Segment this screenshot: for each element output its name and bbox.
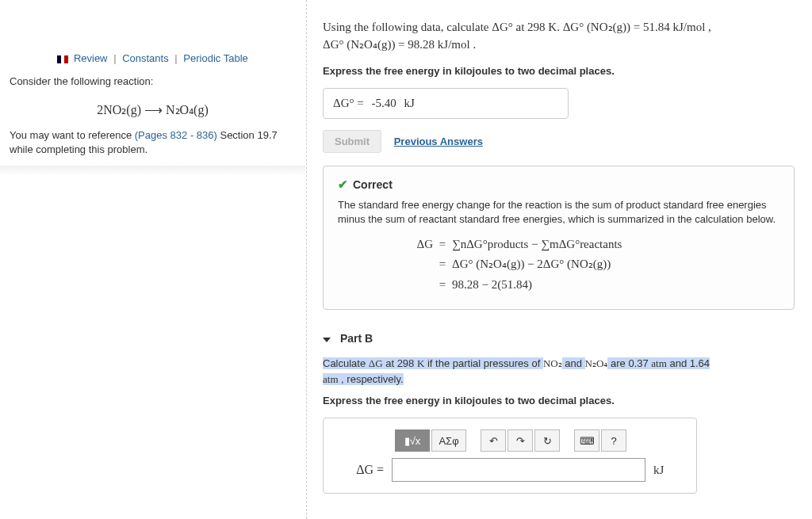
part-b-header[interactable]: Part B xyxy=(323,332,795,345)
qb-b: at 298 xyxy=(383,357,417,369)
qb-c: if the partial pressures of xyxy=(424,357,543,369)
feedback-box: ✔Correct The standard free energy change… xyxy=(323,166,795,311)
submit-button[interactable]: Submit xyxy=(323,130,381,153)
eq-line3: 98.28 − 2(51.84) xyxy=(452,278,532,291)
input-toolbar: ▮√x ΑΣφ ↶ ↷ ↻ ⌨ ? xyxy=(395,429,684,452)
flag-icon xyxy=(57,55,68,63)
templates-button[interactable]: ▮√x xyxy=(395,429,430,452)
qb-dg: ΔG xyxy=(369,357,383,369)
intro-line2: ΔG° (N₂O₄(g)) = 98.28 kJ/mol . xyxy=(323,38,476,51)
part-b-instruct: Express the free energy in kilojoules to… xyxy=(323,395,795,406)
caret-down-icon xyxy=(323,338,331,342)
qb-atm2: atm xyxy=(323,373,339,385)
answer-input[interactable] xyxy=(392,458,645,482)
qb-no2: NO₂ xyxy=(543,357,562,369)
answer-input-widget: ▮√x ΑΣφ ↶ ↷ ↻ ⌨ ? ΔG = kJ xyxy=(323,418,697,494)
qb-n2o4: N₂O₄ xyxy=(585,357,608,369)
reaction-equation: 2NO₂(g) ⟶ N₂O₄(g) xyxy=(0,97,305,125)
submit-row: Submit Previous Answers xyxy=(323,130,795,153)
input-label: ΔG = xyxy=(336,463,384,477)
eq-line1: ∑nΔG°products − ∑mΔG°reactants xyxy=(452,238,622,250)
main-content: Using the following data, calculate ΔG° … xyxy=(306,0,806,519)
qb-k: K xyxy=(417,357,424,369)
reference-text: You may want to reference (Pages 832 - 8… xyxy=(0,125,305,166)
help-button[interactable]: ? xyxy=(601,429,626,452)
answer-value: -5.40 xyxy=(371,97,396,109)
previous-answers-link[interactable]: Previous Answers xyxy=(394,135,483,147)
qb-g: , respectively. xyxy=(339,373,404,385)
eq-line2: ΔG° (N₂O₄(g)) − 2ΔG° (NO₂(g)) xyxy=(452,258,611,270)
problem-prompt: Consider the following reaction: xyxy=(0,72,305,97)
reset-button[interactable]: ↻ xyxy=(534,429,560,452)
qb-atm1: atm xyxy=(651,357,667,369)
redo-button[interactable]: ↷ xyxy=(508,429,533,452)
symbols-button[interactable]: ΑΣφ xyxy=(431,429,466,452)
part-a-intro: Using the following data, calculate ΔG° … xyxy=(323,19,795,54)
part-b-question: Calculate ΔG at 298 K if the partial pre… xyxy=(323,356,795,387)
qb-f: and 1.64 xyxy=(667,357,710,369)
answer-label: ΔG° = xyxy=(333,97,364,109)
undo-button[interactable]: ↶ xyxy=(481,429,506,452)
correct-label: Correct xyxy=(353,178,393,191)
nav-links: Review | Constants | Periodic Table xyxy=(0,0,305,72)
feedback-heading: ✔Correct xyxy=(338,177,779,192)
ref-text-a: You may want to reference xyxy=(10,129,135,141)
intro-line1: Using the following data, calculate ΔG° … xyxy=(323,21,711,33)
review-link[interactable]: Review xyxy=(74,52,108,64)
constants-link[interactable]: Constants xyxy=(122,52,169,64)
periodic-link[interactable]: Periodic Table xyxy=(183,52,247,64)
qb-e: are 0.37 xyxy=(607,357,651,369)
input-row: ΔG = kJ xyxy=(336,458,684,482)
qb-a: Calculate xyxy=(323,357,369,369)
answer-display: ΔG° = -5.40 kJ xyxy=(323,88,569,119)
part-a-instruct: Express the free energy in kilojoules to… xyxy=(323,65,795,77)
part-b-title: Part B xyxy=(340,332,373,345)
keyboard-button[interactable]: ⌨ xyxy=(574,429,599,452)
feedback-body: The standard free energy change for the … xyxy=(338,198,779,227)
answer-unit: kJ xyxy=(404,97,414,109)
eq-lhs: ΔG xyxy=(401,235,433,255)
check-icon: ✔ xyxy=(338,177,348,191)
sidebar: Review | Constants | Periodic Table Cons… xyxy=(0,0,305,175)
ref-pages: (Pages 832 - 836) xyxy=(135,129,217,141)
sidebar-divider xyxy=(0,166,305,175)
feedback-equations: ΔG=∑nΔG°products − ∑mΔG°reactants =ΔG° (… xyxy=(401,235,779,296)
qb-d: and xyxy=(562,357,585,369)
input-unit: kJ xyxy=(653,464,664,477)
